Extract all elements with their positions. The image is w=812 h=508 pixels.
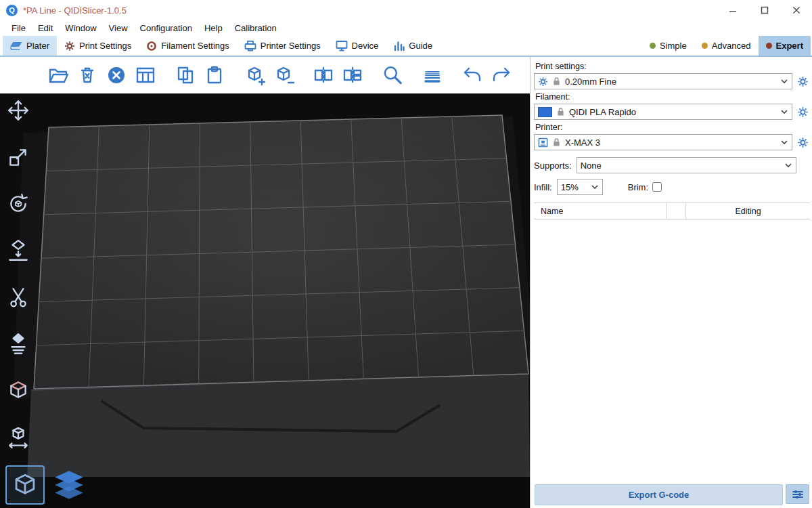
place-on-face-button[interactable] <box>3 235 34 266</box>
app-icon: Q <box>6 5 18 16</box>
measure-button[interactable] <box>3 422 34 453</box>
menu-window[interactable]: Window <box>59 23 102 33</box>
supports-combo[interactable]: None <box>577 157 796 173</box>
filament-color-swatch <box>538 107 552 117</box>
delete-all-button[interactable] <box>103 62 130 89</box>
menu-file[interactable]: File <box>5 23 32 33</box>
scale-button[interactable] <box>3 142 34 173</box>
menubar: File Edit Window View Configuration Help… <box>0 20 812 36</box>
printer-gear-button[interactable] <box>796 134 810 150</box>
arrange-button[interactable] <box>132 62 159 89</box>
maximize-icon <box>761 6 769 14</box>
column-header-name[interactable]: Name <box>534 203 667 219</box>
move-icon <box>6 98 30 123</box>
minimize-button[interactable] <box>717 0 748 20</box>
undo-icon <box>461 64 483 86</box>
print-settings-label: Print settings: <box>535 62 810 71</box>
brim-checkbox[interactable] <box>652 182 662 192</box>
print-settings-icon <box>64 41 75 51</box>
editor-view-button[interactable] <box>5 465 45 505</box>
print-bed-scene[interactable] <box>0 93 530 508</box>
preview-view-button[interactable] <box>51 467 87 503</box>
rotate-button[interactable] <box>3 188 34 219</box>
mode-simple[interactable]: Simple <box>642 36 694 56</box>
filament-gear-button[interactable] <box>796 104 810 120</box>
window-title: *PA Line - QIDISlicer-1.0.5 <box>23 5 127 16</box>
redo-button[interactable] <box>488 62 515 89</box>
mode-expert[interactable]: Expert <box>759 36 811 56</box>
mode-label: Expert <box>776 41 803 51</box>
device-icon <box>336 40 348 51</box>
brim-label: Brim: <box>628 182 648 192</box>
plater-icon <box>10 41 22 51</box>
menu-help[interactable]: Help <box>198 23 229 33</box>
split-parts-button[interactable] <box>339 62 366 89</box>
expert-mode-dot-icon <box>766 43 772 49</box>
column-header-editing[interactable]: Editing <box>686 203 810 219</box>
undo-button[interactable] <box>459 62 486 89</box>
menu-view[interactable]: View <box>103 23 134 33</box>
paint-on-supports-icon <box>6 379 30 403</box>
maximize-button[interactable] <box>748 0 780 20</box>
copy-icon <box>175 64 196 86</box>
infill-value: 15% <box>561 182 579 192</box>
search-button[interactable] <box>379 62 406 89</box>
remove-instance-icon <box>273 64 294 86</box>
lock-icon <box>556 107 565 117</box>
tab-plater[interactable]: Plater <box>3 36 57 56</box>
mode-advanced[interactable]: Advanced <box>694 36 759 56</box>
filament-combo[interactable]: QIDI PLA Rapido <box>534 104 792 120</box>
menu-configuration[interactable]: Configuration <box>134 23 198 33</box>
print-settings-gear-button[interactable] <box>796 73 810 89</box>
infill-combo[interactable]: 15% <box>557 179 603 195</box>
chevron-down-icon <box>781 140 788 145</box>
supports-label: Supports: <box>534 161 572 171</box>
export-gcode-button[interactable]: Export G-code <box>535 484 783 505</box>
guide-icon <box>393 41 405 51</box>
print-settings-value: 0.20mm Fine <box>565 77 616 87</box>
redo-icon <box>491 64 512 86</box>
lock-icon <box>552 137 561 147</box>
add-instance-button[interactable] <box>241 62 268 89</box>
preview-layers-icon <box>52 470 86 500</box>
printer-settings-icon <box>244 40 256 51</box>
object-list-header: Name Editing <box>534 203 810 219</box>
measure-icon <box>6 425 30 450</box>
infill-label: Infill: <box>534 182 552 192</box>
open-project-button[interactable] <box>45 62 72 89</box>
mode-label: Simple <box>660 41 687 51</box>
paint-on-supports-button[interactable] <box>3 375 34 406</box>
tab-guide[interactable]: Guide <box>386 36 440 56</box>
paste-button[interactable] <box>201 62 228 89</box>
lock-icon <box>552 77 561 86</box>
close-button[interactable] <box>780 0 812 20</box>
seam-painting-button[interactable] <box>3 329 34 360</box>
tab-label: Printer Settings <box>261 41 321 51</box>
tab-filament-settings[interactable]: Filament Settings <box>139 36 236 56</box>
tab-label: Filament Settings <box>161 41 229 51</box>
editor-cube-icon <box>12 471 39 499</box>
menu-calibration[interactable]: Calibration <box>229 23 283 33</box>
split-objects-button[interactable] <box>310 62 337 89</box>
remove-instance-button[interactable] <box>270 62 297 89</box>
printer-icon <box>538 137 548 148</box>
tab-device[interactable]: Device <box>328 36 386 56</box>
tab-printer-settings[interactable]: Printer Settings <box>237 36 328 56</box>
print-settings-combo[interactable]: 0.20mm Fine <box>534 73 792 89</box>
viewport-3d[interactable] <box>0 57 530 508</box>
print-bed <box>0 93 530 508</box>
tab-print-settings[interactable]: Print Settings <box>57 36 139 56</box>
copy-button[interactable] <box>172 62 199 89</box>
menu-edit[interactable]: Edit <box>32 23 59 33</box>
move-button[interactable] <box>3 95 34 126</box>
delete-all-icon <box>106 64 127 86</box>
column-header-extruder[interactable] <box>667 203 686 219</box>
tab-label: Plater <box>26 41 49 51</box>
cut-button[interactable] <box>3 282 34 313</box>
export-options-button[interactable] <box>786 484 809 504</box>
object-list-body[interactable] <box>534 219 810 482</box>
variable-layer-height-button[interactable] <box>419 62 446 89</box>
sliders-icon <box>792 490 803 499</box>
printer-combo[interactable]: X-MAX 3 <box>534 134 792 150</box>
delete-button[interactable] <box>74 62 101 89</box>
